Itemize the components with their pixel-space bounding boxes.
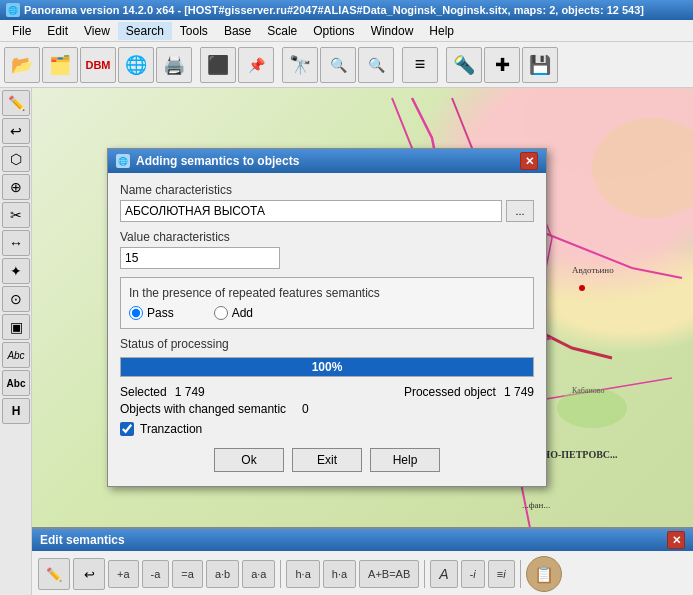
radio-add-input[interactable] <box>214 306 228 320</box>
et-italic-a-btn[interactable]: A <box>430 560 457 588</box>
edit-toolbar: ✏️ ↩ +a -a =a a·b a·a h·a h·a A+B=AB A -… <box>32 551 693 595</box>
et-ab-btn[interactable]: a·b <box>206 560 239 588</box>
edit-semantics-bar: Edit semantics ✕ ✏️ ↩ +a -a =a a·b a·a h… <box>32 527 693 595</box>
et-sep2 <box>424 560 425 588</box>
radio-pass-label: Pass <box>147 306 174 320</box>
lt-move-btn[interactable]: ↔ <box>2 230 30 256</box>
et-sep <box>280 560 281 588</box>
status-title: Status of processing <box>120 337 534 351</box>
btn-exit[interactable]: Exit <box>292 448 362 472</box>
processed-stat: Processed object 1 749 <box>404 385 534 399</box>
radio-add-item[interactable]: Add <box>214 306 253 320</box>
tb-binoculars1-btn[interactable]: 🔭 <box>282 47 318 83</box>
selected-stat: Selected 1 749 <box>120 385 205 399</box>
menu-view[interactable]: View <box>76 22 118 40</box>
progress-text: 100% <box>312 360 343 374</box>
lt-polygon-btn[interactable]: ⬡ <box>2 146 30 172</box>
dialog-semantics-icon: 🌐 <box>116 154 130 168</box>
tb-pin-btn[interactable]: 📌 <box>238 47 274 83</box>
et-plus-a-btn[interactable]: +a <box>108 560 139 588</box>
et-ab-eq-btn[interactable]: A+B=AB <box>359 560 419 588</box>
tb-db-btn[interactable]: DBM <box>80 47 116 83</box>
name-char-row: ... <box>120 200 534 222</box>
lt-text-btn[interactable]: Abc <box>2 342 30 368</box>
btn-ok[interactable]: Ok <box>214 448 284 472</box>
repeated-section: In the presence of repeated features sem… <box>120 277 534 329</box>
lt-text2-btn[interactable]: Abc <box>2 370 30 396</box>
changed-label: Objects with changed semantic <box>120 402 286 416</box>
lt-rect-btn[interactable]: ▣ <box>2 314 30 340</box>
et-eq-a-btn[interactable]: =a <box>172 560 203 588</box>
tb-folder-btn[interactable]: 🗂️ <box>42 47 78 83</box>
radio-pass-item[interactable]: Pass <box>129 306 174 320</box>
tb-globe-btn[interactable]: 🌐 <box>118 47 154 83</box>
dialog-semantics-body: Name characteristics ... Value character… <box>108 173 546 486</box>
btn-help[interactable]: Help <box>370 448 440 472</box>
tb-print-btn[interactable]: 🖨️ <box>156 47 192 83</box>
lt-star-btn[interactable]: ✦ <box>2 258 30 284</box>
menu-file[interactable]: File <box>4 22 39 40</box>
name-char-label: Name characteristics <box>120 183 534 197</box>
menu-options[interactable]: Options <box>305 22 362 40</box>
processed-label: Processed object <box>404 385 496 399</box>
value-char-input[interactable] <box>120 247 280 269</box>
title-bar: 🌐 Panorama version 14.2.0 x64 - [HOST#gi… <box>0 0 693 20</box>
tb-binoculars2-btn[interactable]: 🔍 <box>320 47 356 83</box>
tb-binoculars3-btn[interactable]: 🔍 <box>358 47 394 83</box>
et-italic-i-btn[interactable]: -i <box>461 560 485 588</box>
tb-list-btn[interactable]: ≡ <box>402 47 438 83</box>
menu-edit[interactable]: Edit <box>39 22 76 40</box>
lt-add-btn[interactable]: ⊕ <box>2 174 30 200</box>
menu-tools[interactable]: Tools <box>172 22 216 40</box>
value-char-row <box>120 247 534 269</box>
map-area[interactable]: Авдотьино ЛОСИНО-ПЕТРОВС... Горюнки Омко… <box>32 88 693 595</box>
et-pencil-btn[interactable]: ✏️ <box>38 558 70 590</box>
tb-open-btn[interactable]: 📂 <box>4 47 40 83</box>
menu-search[interactable]: Search <box>118 22 172 40</box>
et-sep3 <box>520 560 521 588</box>
stats-row-2: Objects with changed semantic 0 <box>120 402 534 416</box>
radio-add-label: Add <box>232 306 253 320</box>
stats-row-1: Selected 1 749 Processed object 1 749 <box>120 385 534 399</box>
lt-pencil-btn[interactable]: ✏️ <box>2 90 30 116</box>
dialog-semantics-titlebar[interactable]: 🌐 Adding semantics to objects ✕ <box>108 149 546 173</box>
transaction-checkbox[interactable] <box>120 422 134 436</box>
lt-h-btn[interactable]: H <box>2 398 30 424</box>
et-arrow-btn[interactable]: ↩ <box>73 558 105 590</box>
tb-layers-btn[interactable]: ⬛ <box>200 47 236 83</box>
menu-bar: File Edit View Search Tools Base Scale O… <box>0 20 693 42</box>
tb-light-btn[interactable]: 🔦 <box>446 47 482 83</box>
app-icon: 🌐 <box>6 3 20 17</box>
menu-base[interactable]: Base <box>216 22 259 40</box>
radio-pass-input[interactable] <box>129 306 143 320</box>
name-char-input[interactable] <box>120 200 502 222</box>
et-dash-i-btn[interactable]: ≡i <box>488 560 515 588</box>
et-ha2-btn[interactable]: h·a <box>323 560 356 588</box>
et-ha-btn[interactable]: h·a <box>286 560 319 588</box>
progress-bar-container: 100% <box>120 357 534 377</box>
name-browse-btn[interactable]: ... <box>506 200 534 222</box>
selected-value: 1 749 <box>175 385 205 399</box>
repeated-title: In the presence of repeated features sem… <box>129 286 525 300</box>
lt-undo-btn[interactable]: ↩ <box>2 118 30 144</box>
edit-close-btn[interactable]: ✕ <box>667 531 685 549</box>
changed-value: 0 <box>302 402 309 416</box>
selected-label: Selected <box>120 385 167 399</box>
edit-title-bar[interactable]: Edit semantics ✕ <box>32 529 693 551</box>
dialog-semantics: 🌐 Adding semantics to objects ✕ Name cha… <box>107 148 547 487</box>
et-circle-btn[interactable]: 📋 <box>526 556 562 592</box>
progress-section: Status of processing 100% <box>120 337 534 377</box>
lt-circle-btn[interactable]: ⊙ <box>2 286 30 312</box>
lt-cut-btn[interactable]: ✂ <box>2 202 30 228</box>
dialog-semantics-close[interactable]: ✕ <box>520 152 538 170</box>
radio-row: Pass Add <box>129 306 525 320</box>
main-area: ✏️ ↩ ⬡ ⊕ ✂ ↔ ✦ ⊙ ▣ Abc Abc H <box>0 88 693 595</box>
menu-help[interactable]: Help <box>421 22 462 40</box>
tb-plus-btn[interactable]: ✚ <box>484 47 520 83</box>
et-minus-a-btn[interactable]: -a <box>142 560 170 588</box>
menu-scale[interactable]: Scale <box>259 22 305 40</box>
tb-save-btn[interactable]: 💾 <box>522 47 558 83</box>
transaction-row: Tranzaction <box>120 422 534 436</box>
et-aa-btn[interactable]: a·a <box>242 560 275 588</box>
menu-window[interactable]: Window <box>363 22 422 40</box>
